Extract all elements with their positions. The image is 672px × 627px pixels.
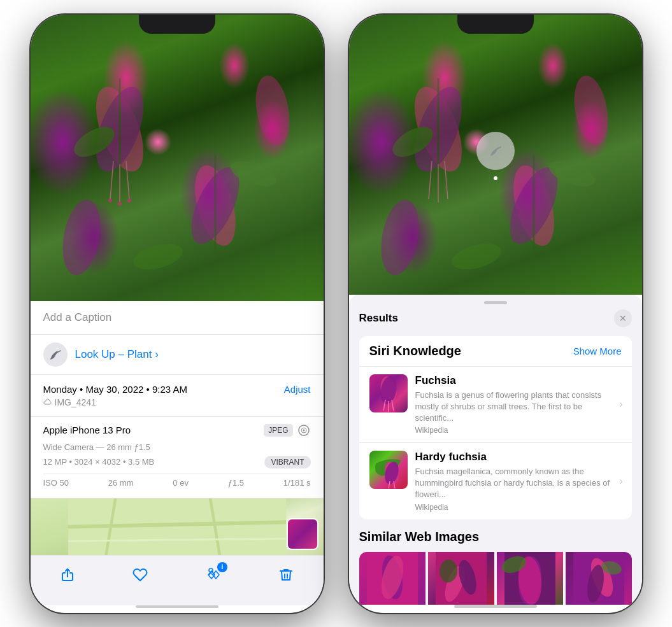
svg-point-42 [378,375,398,405]
specs-row: 12 MP • 3024 × 4032 • 3.5 MB VIBRANT [43,456,311,468]
close-button[interactable]: ✕ [614,309,632,327]
favorite-button[interactable] [129,563,152,586]
svg-point-10 [130,239,185,274]
map-section[interactable] [31,498,324,555]
location-row: IMG_4241 [43,397,311,407]
photo-specs: 12 MP • 3024 × 4032 • 3.5 MB [43,457,155,467]
image-filename: IMG_4241 [55,397,96,407]
home-bar [136,605,218,608]
hardy-title: Hardy fuchsia [415,451,622,463]
fuchsia-item[interactable]: Fuchsia Fuchsia is a genus of flowering … [359,366,632,443]
exif-aperture: ƒ1.5 [228,478,244,488]
leaf-visual-icon [485,141,506,161]
svg-point-48 [392,411,395,412]
info-button[interactable]: i [202,563,225,586]
similar-images-grid[interactable] [359,552,632,605]
visual-lookup-dot [494,176,497,180]
results-header: Results ✕ [349,309,642,336]
delete-button[interactable] [275,563,297,586]
right-phone-notch [457,15,534,34]
caption-area[interactable]: Add a Caption [31,301,324,335]
exif-row: ISO 50 26 mm 0 ev ƒ1.5 1/181 s [43,474,311,491]
bottom-toolbar: i [31,555,324,605]
vibrant-badge: VIBRANT [264,456,310,468]
exif-ev: 0 ev [173,478,189,488]
metadata-section: Monday • May 30, 2022 • 9:23 AM Adjust I… [31,375,324,417]
map-thumbnail [287,518,318,550]
device-badges: JPEG [264,423,310,437]
fuchsia-chevron: › [619,398,622,410]
right-home-bar [454,605,537,608]
similar-title: Similar Web Images [359,530,632,544]
exif-iso: ISO 50 [43,478,69,488]
hardy-source: Wikipedia [415,503,622,512]
fuchsia-desc: Fuchsia is a genus of flowering plants t… [415,390,622,425]
lookup-label: Look Up – Plant › [75,348,159,361]
svg-point-19 [303,429,304,431]
info-badge: i [217,562,227,572]
hardy-desc: Fuchsia magellanica, commonly known as t… [415,466,622,501]
lookup-icon [43,342,68,367]
svg-point-16 [127,199,131,202]
similar-image-1[interactable] [359,552,425,605]
jpeg-badge: JPEG [264,424,292,437]
results-title: Results [359,312,398,325]
photo-image[interactable] [31,15,324,301]
device-name: Apple iPhone 13 Pro [43,425,131,435]
exif-focal: 26 mm [108,478,134,488]
phone-notch [139,15,215,34]
similar-image-3[interactable] [497,552,563,605]
hardy-content: Hardy fuchsia Fuchsia magellanica, commo… [415,451,622,512]
left-phone: Add a Caption Look Up – Plant › Monday •… [31,15,324,613]
hardy-chevron: › [619,476,622,487]
results-handle[interactable] [484,301,507,304]
lens-icon [297,423,311,437]
similar-image-4[interactable] [566,552,632,605]
lookup-row[interactable]: Look Up – Plant › [31,335,324,375]
device-section: Apple iPhone 13 Pro JPEG Wide Camera — 2… [31,417,324,498]
hardy-fuchsia-item[interactable]: Hardy fuchsia Fuchsia magellanica, commo… [359,442,632,519]
similar-section: Similar Web Images [349,530,642,605]
camera-details: Wide Camera — 26 mm ƒ1.5 [43,442,311,452]
siri-knowledge-title: Siri Knowledge [369,344,461,358]
exif-shutter: 1/181 s [283,478,311,488]
photo-date: Monday • May 30, 2022 • 9:23 AM [43,384,187,395]
visual-lookup-button[interactable] [476,132,515,170]
adjust-button[interactable]: Adjust [284,384,311,395]
show-more-button[interactable]: Show More [573,346,622,356]
fuchsia-source: Wikipedia [415,426,622,435]
svg-point-4 [250,73,294,147]
svg-point-54 [394,488,396,489]
results-panel: Results ✕ Siri Knowledge Show More [349,295,642,605]
right-phone: Results ✕ Siri Knowledge Show More [349,15,642,613]
right-screen: Results ✕ Siri Knowledge Show More [349,15,642,613]
svg-point-14 [108,199,112,202]
right-photo-image[interactable] [349,15,642,295]
siri-knowledge-header: Siri Knowledge Show More [359,336,632,366]
fuchsia-title: Fuchsia [415,374,622,387]
svg-point-31 [569,73,612,147]
fuchsia-content: Fuchsia Fuchsia is a genus of flowering … [415,374,622,435]
svg-point-37 [448,239,504,274]
share-button[interactable] [56,563,79,586]
date-row: Monday • May 30, 2022 • 9:23 AM Adjust [43,384,311,395]
cloud-icon [43,398,52,407]
fuchsia-thumbnail [369,374,408,412]
left-screen: Add a Caption Look Up – Plant › Monday •… [31,15,324,613]
device-row: Apple iPhone 13 Pro JPEG [43,423,311,437]
svg-point-32 [376,197,424,278]
svg-point-47 [387,412,390,412]
hardy-thumbnail [369,451,408,489]
similar-image-2[interactable] [428,552,494,605]
svg-point-15 [118,202,122,206]
caption-placeholder: Add a Caption [43,311,112,323]
svg-point-5 [57,197,106,278]
svg-point-53 [387,488,390,489]
siri-knowledge-section: Siri Knowledge Show More [359,336,632,519]
svg-point-46 [382,411,385,412]
